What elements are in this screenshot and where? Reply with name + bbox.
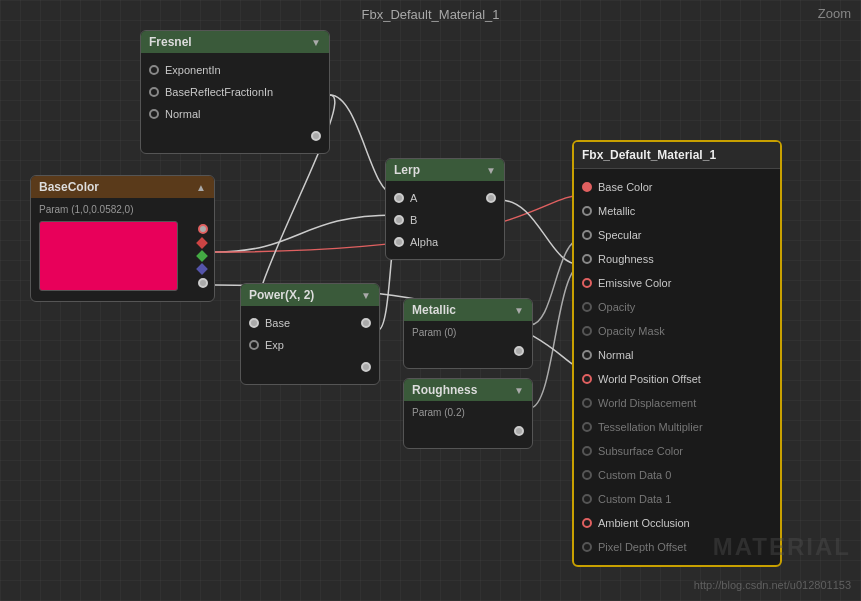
basecolor-title: BaseColor: [39, 180, 99, 194]
fresnel-output-pin[interactable]: [311, 131, 321, 141]
fresnel-label-exponent: ExponentIn: [165, 64, 221, 76]
power-node: Power(X, 2) ▼ Base Exp: [240, 283, 380, 385]
material-row-pdo: Pixel Depth Offset: [574, 535, 780, 559]
roughness-output-row: [404, 420, 532, 442]
metallic-collapse[interactable]: ▼: [514, 305, 524, 316]
material-pin-opacitymask[interactable]: [582, 326, 592, 336]
roughness-node: Roughness ▼ Param (0.2): [403, 378, 533, 449]
topbar: Fbx_Default_Material_1 Zoom: [0, 0, 861, 28]
lerp-row-a: A: [386, 187, 504, 209]
metallic-node: Metallic ▼ Param (0): [403, 298, 533, 369]
material-pin-ao[interactable]: [582, 518, 592, 528]
material-body: Base Color Metallic Specular Roughness E…: [574, 169, 780, 565]
fresnel-label-normal: Normal: [165, 108, 200, 120]
fresnel-pin-basereflect[interactable]: [149, 87, 159, 97]
basecolor-param: Param (1,0,0.0582,0): [31, 204, 214, 217]
power-output-pin[interactable]: [361, 362, 371, 372]
material-pin-cd1[interactable]: [582, 494, 592, 504]
material-row-wd: World Displacement: [574, 391, 780, 415]
material-pin-opacity[interactable]: [582, 302, 592, 312]
material-pin-cd0[interactable]: [582, 470, 592, 480]
basecolor-out-pin1[interactable]: [198, 224, 208, 234]
lerp-label-alpha: Alpha: [410, 236, 438, 248]
lerp-body: A B Alpha: [386, 181, 504, 259]
metallic-output-pin[interactable]: [514, 346, 524, 356]
material-row-cd1: Custom Data 1: [574, 487, 780, 511]
material-row-wpo: World Position Offset: [574, 367, 780, 391]
material-row-cd0: Custom Data 0: [574, 463, 780, 487]
lerp-label-b: B: [410, 214, 417, 226]
material-label-pdo: Pixel Depth Offset: [598, 541, 686, 553]
roughness-collapse[interactable]: ▼: [514, 385, 524, 396]
material-pin-roughness[interactable]: [582, 254, 592, 264]
material-label-subsurface: Subsurface Color: [598, 445, 683, 457]
material-node: Fbx_Default_Material_1 Base Color Metall…: [572, 140, 782, 567]
lerp-collapse[interactable]: ▼: [486, 165, 496, 176]
material-pin-emissive[interactable]: [582, 278, 592, 288]
metallic-body: Param (0): [404, 321, 532, 368]
power-body: Base Exp: [241, 306, 379, 384]
lerp-pin-alpha[interactable]: [394, 237, 404, 247]
material-pin-wd[interactable]: [582, 398, 592, 408]
material-label-wpo: World Position Offset: [598, 373, 701, 385]
fresnel-output-row: [141, 125, 329, 147]
metallic-title: Metallic: [412, 303, 456, 317]
lerp-header: Lerp ▼: [386, 159, 504, 181]
material-label-cd1: Custom Data 1: [598, 493, 671, 505]
material-label-emissive: Emissive Color: [598, 277, 671, 289]
material-pin-wpo[interactable]: [582, 374, 592, 384]
material-row-opacitymask: Opacity Mask: [574, 319, 780, 343]
fresnel-title: Fresnel: [149, 35, 192, 49]
power-collapse[interactable]: ▼: [361, 290, 371, 301]
material-pin-normal[interactable]: [582, 350, 592, 360]
material-pin-subsurface[interactable]: [582, 446, 592, 456]
power-pin-base-r[interactable]: [361, 318, 371, 328]
fresnel-header: Fresnel ▼: [141, 31, 329, 53]
material-pin-pdo[interactable]: [582, 542, 592, 552]
material-label-basecolor: Base Color: [598, 181, 652, 193]
lerp-row-alpha: Alpha: [386, 231, 504, 253]
material-pin-specular[interactable]: [582, 230, 592, 240]
material-pin-metallic[interactable]: [582, 206, 592, 216]
material-row-opacity: Opacity: [574, 295, 780, 319]
power-row-exp: Exp: [241, 334, 379, 356]
roughness-output-pin[interactable]: [514, 426, 524, 436]
power-pin-base[interactable]: [249, 318, 259, 328]
material-label-wd: World Displacement: [598, 397, 696, 409]
material-label-opacitymask: Opacity Mask: [598, 325, 665, 337]
roughness-param: Param (0.2): [404, 407, 532, 420]
material-row-emissive: Emissive Color: [574, 271, 780, 295]
power-header: Power(X, 2) ▼: [241, 284, 379, 306]
basecolor-collapse[interactable]: ▲: [196, 182, 206, 193]
fresnel-pin-normal[interactable]: [149, 109, 159, 119]
fresnel-pin-exponent[interactable]: [149, 65, 159, 75]
metallic-header: Metallic ▼: [404, 299, 532, 321]
lerp-out-pin[interactable]: [486, 193, 496, 203]
lerp-pin-b[interactable]: [394, 215, 404, 225]
fresnel-collapse[interactable]: ▼: [311, 37, 321, 48]
power-label-base: Base: [265, 317, 290, 329]
basecolor-swatch[interactable]: [39, 221, 178, 291]
url-watermark: http://blog.csdn.net/u012801153: [694, 579, 851, 591]
basecolor-out-pin5[interactable]: [198, 278, 208, 288]
material-label-normal: Normal: [598, 349, 633, 361]
material-label-specular: Specular: [598, 229, 641, 241]
material-row-specular: Specular: [574, 223, 780, 247]
basecolor-header: BaseColor ▲: [31, 176, 214, 198]
material-row-subsurface: Subsurface Color: [574, 439, 780, 463]
material-label-ao: Ambient Occlusion: [598, 517, 690, 529]
power-title: Power(X, 2): [249, 288, 314, 302]
fresnel-node: Fresnel ▼ ExponentIn BaseReflectFraction…: [140, 30, 330, 154]
material-pin-tess[interactable]: [582, 422, 592, 432]
basecolor-out-pin2[interactable]: [196, 237, 207, 248]
material-label-roughness: Roughness: [598, 253, 654, 265]
material-label-cd0: Custom Data 0: [598, 469, 671, 481]
power-pin-exp[interactable]: [249, 340, 259, 350]
lerp-node: Lerp ▼ A B Alpha: [385, 158, 505, 260]
fresnel-body: ExponentIn BaseReflectFractionIn Normal: [141, 53, 329, 153]
roughness-header: Roughness ▼: [404, 379, 532, 401]
material-pin-basecolor[interactable]: [582, 182, 592, 192]
basecolor-out-pin4[interactable]: [196, 263, 207, 274]
lerp-pin-a[interactable]: [394, 193, 404, 203]
basecolor-out-pin3[interactable]: [196, 250, 207, 261]
